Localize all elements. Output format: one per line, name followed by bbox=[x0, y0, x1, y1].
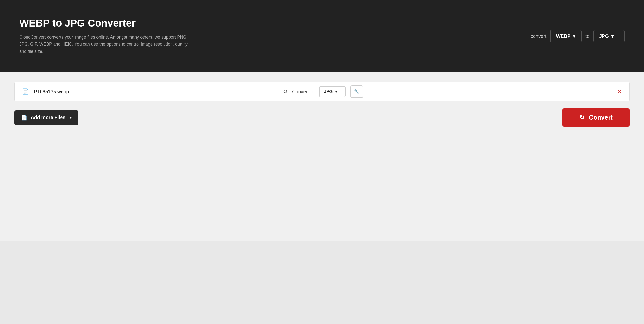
header-target-format-button[interactable]: JPG ▾ bbox=[593, 30, 625, 42]
convert-button[interactable]: ↻ Convert bbox=[562, 108, 630, 127]
add-file-icon: 📄 bbox=[21, 115, 27, 121]
convert-to-label: Convert to bbox=[292, 89, 314, 94]
header-right: convert WEBP ▾ to JPG ▾ bbox=[531, 30, 625, 42]
header-section: WEBP to JPG Converter CloudConvert conve… bbox=[0, 0, 644, 72]
header-target-format-label: JPG bbox=[599, 33, 609, 39]
add-files-label: Add more Files bbox=[31, 115, 65, 120]
refresh-icon[interactable]: ↻ bbox=[283, 88, 287, 95]
file-row: 📄 P1065135.webp ↻ Convert to JPG ▾ 🔧 ✕ bbox=[14, 82, 630, 101]
remove-file-button[interactable]: ✕ bbox=[617, 88, 622, 95]
convert-refresh-icon: ↻ bbox=[579, 114, 585, 121]
convert-label: Convert bbox=[589, 114, 613, 121]
file-format-select-button[interactable]: JPG ▾ bbox=[319, 86, 346, 97]
file-name-label: P1065135.webp bbox=[34, 89, 278, 94]
settings-button[interactable]: 🔧 bbox=[350, 85, 363, 98]
add-files-button[interactable]: 📄 Add more Files ▾ bbox=[14, 110, 78, 125]
add-files-chevron-icon: ▾ bbox=[70, 115, 72, 120]
wrench-icon: 🔧 bbox=[354, 89, 360, 94]
file-icon: 📄 bbox=[22, 88, 29, 95]
header-description: CloudConvert converts your image files o… bbox=[19, 34, 188, 55]
bottom-row: 📄 Add more Files ▾ ↻ Convert bbox=[14, 108, 630, 127]
header-source-format-button[interactable]: WEBP ▾ bbox=[550, 30, 582, 42]
header-left: WEBP to JPG Converter CloudConvert conve… bbox=[19, 17, 188, 55]
main-section: 📄 P1065135.webp ↻ Convert to JPG ▾ 🔧 ✕ 📄… bbox=[0, 72, 644, 241]
header-source-format-chevron-icon: ▾ bbox=[573, 33, 575, 39]
header-to-label: to bbox=[586, 33, 590, 39]
page-title: WEBP to JPG Converter bbox=[19, 17, 188, 29]
header-source-format-label: WEBP bbox=[556, 33, 570, 39]
file-format-label: JPG bbox=[324, 89, 332, 94]
header-target-format-chevron-icon: ▾ bbox=[611, 33, 614, 39]
file-format-chevron-icon: ▾ bbox=[335, 89, 337, 94]
header-convert-label: convert bbox=[531, 33, 546, 39]
